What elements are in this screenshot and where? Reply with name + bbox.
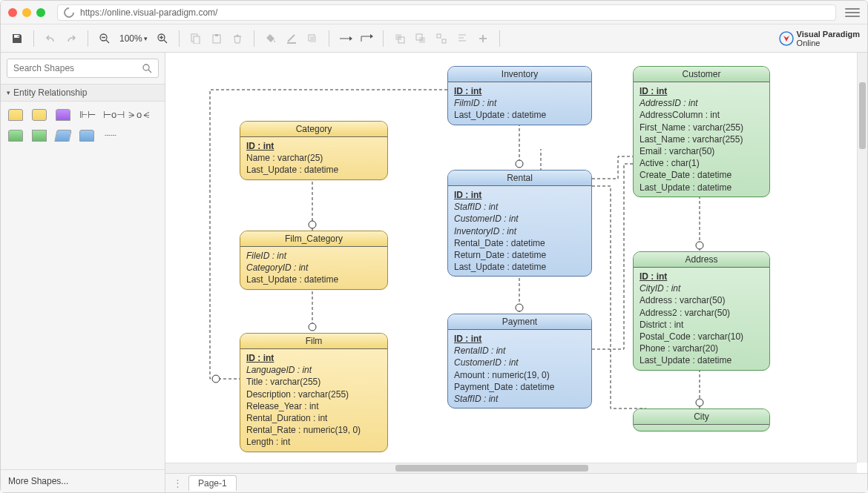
svg-rect-14	[442, 39, 446, 43]
line-color-icon[interactable]	[283, 30, 300, 47]
tab-page-1[interactable]: Page-1	[188, 475, 237, 491]
entity-attribute: LanguageID : int	[246, 364, 381, 376]
entity-customer[interactable]: Customer ID : intAddressID : intAddressC…	[633, 66, 770, 197]
palette-relation-2[interactable]: ⊢o⊣	[103, 109, 118, 121]
svg-rect-3	[194, 36, 200, 44]
copy-icon[interactable]	[187, 30, 205, 47]
entity-film[interactable]: Film ID : intLanguageID : intTitle : var…	[240, 333, 388, 452]
entity-attribute: Rental_Rate : numeric(19, 0)	[246, 424, 381, 436]
svg-point-25	[516, 160, 523, 168]
fill-color-icon[interactable]	[262, 30, 280, 47]
entity-film-category[interactable]: Film_Category FileID : intCategoryID : i…	[240, 231, 388, 290]
svg-rect-13	[437, 34, 441, 38]
canvas[interactable]: Category ID : intName : varchar(25)Last_…	[165, 53, 867, 473]
entity-attribute: AddressID : int	[640, 97, 763, 109]
entity-attribute: Last_Update : datetime	[640, 182, 763, 193]
svg-rect-6	[287, 42, 296, 44]
paste-icon[interactable]	[208, 30, 226, 47]
palette-relation-1[interactable]: ⊩⊢	[79, 109, 94, 121]
entity-attribute: Address2 : varchar(50)	[640, 307, 763, 319]
more-shapes-button[interactable]: More Shapes...	[1, 469, 165, 492]
minimize-window-icon[interactable]	[22, 8, 31, 17]
zoom-in-icon[interactable]	[154, 30, 171, 47]
delete-icon[interactable]	[228, 30, 246, 47]
entity-category[interactable]: Category ID : intName : varchar(25)Last_…	[240, 121, 388, 180]
entity-attribute: ID : int	[454, 333, 585, 345]
page-tabs: ⋮ Page-1	[165, 473, 867, 492]
entity-attribute: Payment_Date : datetime	[454, 381, 585, 393]
connector-orthogonal-icon[interactable]	[358, 30, 375, 47]
window-controls	[8, 8, 45, 17]
entity-attribute: Title : varchar(255)	[246, 376, 381, 388]
palette-entity-purple[interactable]	[56, 109, 70, 121]
undo-icon[interactable]	[42, 30, 59, 47]
entity-attribute: StaffID : int	[454, 201, 585, 213]
entity-attribute: Last_Update : datetime	[454, 109, 585, 121]
entity-attribute: Email : varchar(50)	[640, 145, 763, 157]
redo-icon[interactable]	[62, 30, 80, 47]
entity-attribute: Amount : numeric(19, 0)	[454, 369, 585, 381]
search-shapes-input[interactable]	[7, 59, 159, 78]
entity-attribute: Rental_Duration : int	[246, 412, 381, 424]
toolbar: 100%▾ Visual ParadigmOnline	[1, 24, 867, 53]
svg-point-26	[516, 304, 523, 311]
align-icon[interactable]	[453, 30, 471, 47]
entity-attribute: Last_Update : datetime	[246, 164, 381, 176]
vertical-scrollbar[interactable]	[857, 53, 867, 463]
svg-rect-8	[310, 36, 316, 42]
entity-attribute: Description : varchar(255)	[246, 388, 381, 400]
entity-attribute: ID : int	[246, 352, 381, 364]
entity-city[interactable]: City	[633, 408, 770, 431]
entity-attribute: StaffID : int	[454, 393, 585, 405]
entity-attribute: FileID : int	[246, 250, 381, 262]
palette-dashed-line[interactable]: ┄┄	[103, 130, 118, 142]
palette-entity-yellow-alt[interactable]	[32, 109, 47, 121]
entity-attribute: Phone : varchar(20)	[640, 343, 763, 354]
to-back-icon[interactable]	[412, 30, 430, 47]
canvas-region: Category ID : intName : varchar(25)Last_…	[165, 53, 867, 492]
maximize-window-icon[interactable]	[36, 8, 45, 17]
entity-rental[interactable]: Rental ID : intStaffID : intCustomerID :…	[447, 170, 592, 277]
scrollbar-thumb[interactable]	[395, 465, 588, 472]
tab-drag-handle-icon[interactable]: ⋮	[173, 477, 183, 489]
entity-attribute: Last_Update : datetime	[246, 274, 381, 285]
palette-entity-blue-skew[interactable]	[54, 130, 71, 142]
zoom-out-icon[interactable]	[96, 30, 114, 47]
palette-entity-yellow[interactable]	[8, 109, 23, 121]
url-bar[interactable]: https://online.visual-paradigm.com/	[57, 4, 836, 21]
entity-attribute: Last_Update : datetime	[640, 354, 763, 366]
shadow-icon[interactable]	[303, 30, 321, 47]
connector-straight-icon[interactable]	[337, 30, 355, 47]
entity-attribute: ID : int	[640, 271, 763, 282]
refresh-icon[interactable]	[62, 5, 76, 20]
svg-point-16	[143, 64, 149, 70]
entity-attribute: Active : char(1)	[640, 157, 763, 169]
app-window: https://online.visual-paradigm.com/ 100%…	[0, 0, 868, 493]
entity-attribute: Length : int	[246, 436, 381, 448]
entity-attribute: InventoryID : int	[454, 225, 585, 237]
entity-attribute: CustomerID : int	[454, 357, 585, 368]
group-icon[interactable]	[433, 30, 450, 47]
horizontal-scrollbar[interactable]	[165, 463, 857, 473]
close-window-icon[interactable]	[8, 8, 17, 17]
entity-attribute: Postal_Code : varchar(10)	[640, 331, 763, 343]
to-front-icon[interactable]	[391, 30, 409, 47]
entity-attribute: RentalID : int	[454, 345, 585, 357]
palette-relation-3[interactable]: ⪫o⪪	[127, 109, 142, 121]
hamburger-menu-icon[interactable]	[845, 5, 860, 20]
entity-address[interactable]: Address ID : intCityID : intAddress : va…	[633, 251, 770, 371]
entity-attribute: FilmID : int	[454, 97, 585, 109]
add-icon[interactable]	[474, 30, 492, 47]
save-icon[interactable]	[8, 30, 26, 47]
entity-attribute: District : int	[640, 319, 763, 331]
entity-payment[interactable]: Payment ID : intRentalID : intCustomerID…	[447, 314, 592, 408]
scrollbar-thumb[interactable]	[859, 82, 866, 149]
palette-entity-blue[interactable]	[79, 130, 94, 142]
palette-entity-green-alt[interactable]	[32, 130, 47, 142]
zoom-level[interactable]: 100%▾	[116, 33, 151, 44]
sidebar: ▾Entity Relationship ⊩⊢ ⊢o⊣ ⪫o⪪ ┄┄ More …	[1, 53, 165, 492]
vp-logo-icon	[779, 31, 794, 46]
entity-inventory[interactable]: Inventory ID : intFilmID : intLast_Updat…	[447, 66, 592, 125]
palette-section-header[interactable]: ▾Entity Relationship	[1, 84, 165, 102]
palette-entity-green[interactable]	[8, 130, 23, 142]
